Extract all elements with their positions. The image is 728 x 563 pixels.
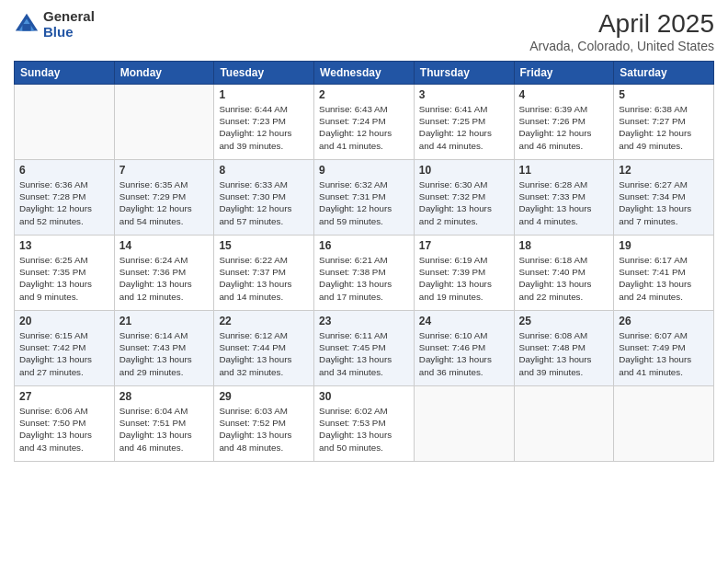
day-number: 22 <box>219 315 309 327</box>
day-number: 16 <box>319 239 409 252</box>
calendar-week-row: 1Sunrise: 6:44 AM Sunset: 7:23 PM Daylig… <box>15 85 714 160</box>
day-info: Sunrise: 6:36 AM Sunset: 7:28 PM Dayligh… <box>19 178 109 227</box>
calendar-cell: 5Sunrise: 6:38 AM Sunset: 7:27 PM Daylig… <box>614 85 714 160</box>
calendar-table: Sunday Monday Tuesday Wednesday Thursday… <box>14 61 714 462</box>
logo: General Blue <box>14 9 95 40</box>
calendar-cell: 4Sunrise: 6:39 AM Sunset: 7:26 PM Daylig… <box>514 85 614 160</box>
col-thursday: Thursday <box>414 62 514 85</box>
day-info: Sunrise: 6:44 AM Sunset: 7:23 PM Dayligh… <box>219 103 309 152</box>
day-info: Sunrise: 6:43 AM Sunset: 7:24 PM Dayligh… <box>319 103 409 152</box>
day-info: Sunrise: 6:30 AM Sunset: 7:32 PM Dayligh… <box>419 178 509 227</box>
calendar-cell: 18Sunrise: 6:18 AM Sunset: 7:40 PM Dayli… <box>514 236 614 311</box>
day-number: 13 <box>19 239 109 252</box>
day-info: Sunrise: 6:07 AM Sunset: 7:49 PM Dayligh… <box>619 329 709 378</box>
calendar-cell <box>15 85 115 160</box>
day-number: 29 <box>219 390 309 403</box>
calendar-cell: 13Sunrise: 6:25 AM Sunset: 7:35 PM Dayli… <box>15 236 115 311</box>
col-friday: Friday <box>514 62 614 85</box>
calendar-week-row: 6Sunrise: 6:36 AM Sunset: 7:28 PM Daylig… <box>15 160 714 236</box>
day-number: 27 <box>19 390 109 403</box>
day-number: 3 <box>419 88 509 101</box>
calendar-cell: 11Sunrise: 6:28 AM Sunset: 7:33 PM Dayli… <box>514 160 614 236</box>
calendar-cell: 29Sunrise: 6:03 AM Sunset: 7:52 PM Dayli… <box>214 386 314 462</box>
day-info: Sunrise: 6:14 AM Sunset: 7:43 PM Dayligh… <box>119 329 210 378</box>
day-info: Sunrise: 6:02 AM Sunset: 7:53 PM Dayligh… <box>319 405 409 454</box>
calendar-cell: 3Sunrise: 6:41 AM Sunset: 7:25 PM Daylig… <box>414 85 514 160</box>
day-info: Sunrise: 6:04 AM Sunset: 7:51 PM Dayligh… <box>119 405 210 454</box>
calendar-cell: 15Sunrise: 6:22 AM Sunset: 7:37 PM Dayli… <box>214 236 314 311</box>
day-number: 24 <box>419 315 509 327</box>
day-number: 7 <box>119 164 210 177</box>
day-info: Sunrise: 6:06 AM Sunset: 7:50 PM Dayligh… <box>19 405 109 454</box>
col-tuesday: Tuesday <box>214 62 314 85</box>
calendar-cell: 10Sunrise: 6:30 AM Sunset: 7:32 PM Dayli… <box>414 160 514 236</box>
calendar-cell: 1Sunrise: 6:44 AM Sunset: 7:23 PM Daylig… <box>214 85 314 160</box>
day-number: 26 <box>619 315 709 327</box>
day-info: Sunrise: 6:33 AM Sunset: 7:30 PM Dayligh… <box>219 178 309 227</box>
day-info: Sunrise: 6:19 AM Sunset: 7:39 PM Dayligh… <box>419 254 509 303</box>
calendar-cell: 2Sunrise: 6:43 AM Sunset: 7:24 PM Daylig… <box>314 85 415 160</box>
calendar-cell: 12Sunrise: 6:27 AM Sunset: 7:34 PM Dayli… <box>614 160 714 236</box>
calendar-cell: 19Sunrise: 6:17 AM Sunset: 7:41 PM Dayli… <box>614 236 714 311</box>
calendar-week-row: 13Sunrise: 6:25 AM Sunset: 7:35 PM Dayli… <box>15 236 714 311</box>
calendar-cell: 21Sunrise: 6:14 AM Sunset: 7:43 PM Dayli… <box>114 311 214 386</box>
svg-rect-2 <box>22 24 30 30</box>
day-number: 30 <box>319 390 409 403</box>
calendar-cell: 30Sunrise: 6:02 AM Sunset: 7:53 PM Dayli… <box>314 386 415 462</box>
page: General Blue April 2025 Arvada, Colorado… <box>0 0 728 563</box>
day-number: 19 <box>619 239 709 252</box>
day-info: Sunrise: 6:21 AM Sunset: 7:38 PM Dayligh… <box>319 254 409 303</box>
day-info: Sunrise: 6:12 AM Sunset: 7:44 PM Dayligh… <box>219 329 309 378</box>
day-number: 10 <box>419 164 509 177</box>
calendar-cell <box>614 386 714 462</box>
calendar-cell <box>514 386 614 462</box>
day-number: 21 <box>119 315 210 327</box>
day-info: Sunrise: 6:38 AM Sunset: 7:27 PM Dayligh… <box>619 103 709 152</box>
day-number: 15 <box>219 239 309 252</box>
calendar-cell: 14Sunrise: 6:24 AM Sunset: 7:36 PM Dayli… <box>114 236 214 311</box>
calendar-week-row: 20Sunrise: 6:15 AM Sunset: 7:42 PM Dayli… <box>15 311 714 386</box>
day-info: Sunrise: 6:03 AM Sunset: 7:52 PM Dayligh… <box>219 405 309 454</box>
calendar-cell: 22Sunrise: 6:12 AM Sunset: 7:44 PM Dayli… <box>214 311 314 386</box>
day-number: 4 <box>519 88 609 101</box>
calendar-cell: 25Sunrise: 6:08 AM Sunset: 7:48 PM Dayli… <box>514 311 614 386</box>
day-number: 5 <box>619 88 709 101</box>
calendar-cell: 28Sunrise: 6:04 AM Sunset: 7:51 PM Dayli… <box>114 386 214 462</box>
header: General Blue April 2025 Arvada, Colorado… <box>14 9 714 53</box>
day-number: 23 <box>319 315 409 327</box>
day-info: Sunrise: 6:28 AM Sunset: 7:33 PM Dayligh… <box>519 178 609 227</box>
calendar-cell: 27Sunrise: 6:06 AM Sunset: 7:50 PM Dayli… <box>15 386 115 462</box>
logo-blue-text: Blue <box>43 25 95 40</box>
day-info: Sunrise: 6:41 AM Sunset: 7:25 PM Dayligh… <box>419 103 509 152</box>
day-info: Sunrise: 6:27 AM Sunset: 7:34 PM Dayligh… <box>619 178 709 227</box>
calendar-week-row: 27Sunrise: 6:06 AM Sunset: 7:50 PM Dayli… <box>15 386 714 462</box>
logo-general-text: General <box>43 9 95 25</box>
calendar-cell: 8Sunrise: 6:33 AM Sunset: 7:30 PM Daylig… <box>214 160 314 236</box>
calendar-cell: 6Sunrise: 6:36 AM Sunset: 7:28 PM Daylig… <box>15 160 115 236</box>
day-number: 25 <box>519 315 609 327</box>
day-number: 1 <box>219 88 309 101</box>
calendar-cell: 16Sunrise: 6:21 AM Sunset: 7:38 PM Dayli… <box>314 236 415 311</box>
col-saturday: Saturday <box>614 62 714 85</box>
day-info: Sunrise: 6:10 AM Sunset: 7:46 PM Dayligh… <box>419 329 509 378</box>
day-info: Sunrise: 6:11 AM Sunset: 7:45 PM Dayligh… <box>319 329 409 378</box>
day-number: 12 <box>619 164 709 177</box>
day-info: Sunrise: 6:35 AM Sunset: 7:29 PM Dayligh… <box>119 178 210 227</box>
calendar-cell: 23Sunrise: 6:11 AM Sunset: 7:45 PM Dayli… <box>314 311 415 386</box>
day-info: Sunrise: 6:15 AM Sunset: 7:42 PM Dayligh… <box>19 329 109 378</box>
day-info: Sunrise: 6:22 AM Sunset: 7:37 PM Dayligh… <box>219 254 309 303</box>
title-block: April 2025 Arvada, Colorado, United Stat… <box>529 9 714 53</box>
col-monday: Monday <box>114 62 214 85</box>
day-number: 14 <box>119 239 210 252</box>
day-number: 11 <box>519 164 609 177</box>
day-info: Sunrise: 6:08 AM Sunset: 7:48 PM Dayligh… <box>519 329 609 378</box>
day-number: 28 <box>119 390 210 403</box>
calendar-cell: 9Sunrise: 6:32 AM Sunset: 7:31 PM Daylig… <box>314 160 415 236</box>
day-info: Sunrise: 6:18 AM Sunset: 7:40 PM Dayligh… <box>519 254 609 303</box>
day-number: 18 <box>519 239 609 252</box>
day-number: 17 <box>419 239 509 252</box>
calendar-cell: 7Sunrise: 6:35 AM Sunset: 7:29 PM Daylig… <box>114 160 214 236</box>
day-info: Sunrise: 6:25 AM Sunset: 7:35 PM Dayligh… <box>19 254 109 303</box>
main-title: April 2025 <box>529 9 714 39</box>
day-info: Sunrise: 6:39 AM Sunset: 7:26 PM Dayligh… <box>519 103 609 152</box>
